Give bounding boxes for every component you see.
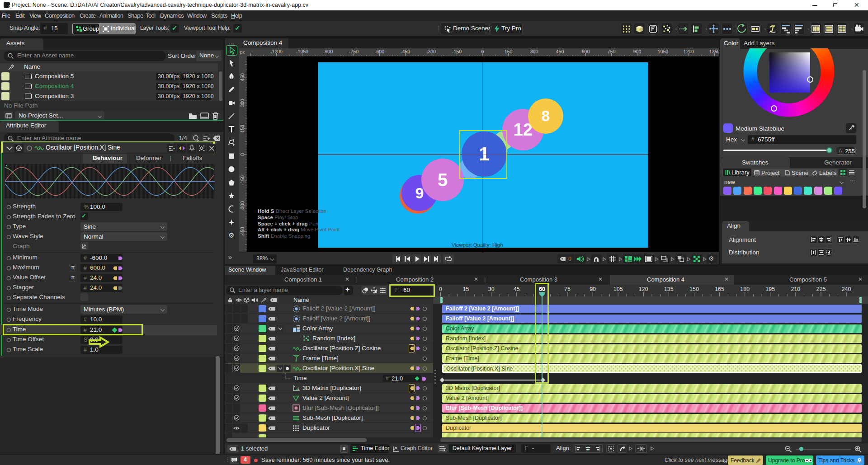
svg-text:-450: -450	[240, 227, 245, 236]
svg-text:-150: -150	[240, 175, 245, 185]
svg-text:300: 300	[240, 99, 245, 107]
svg-text:0: 0	[240, 153, 245, 156]
svg-text:⚙: ⚙	[228, 232, 234, 239]
svg-text:450: 450	[240, 73, 245, 81]
svg-text:-300: -300	[240, 201, 245, 211]
svg-text:150: 150	[240, 125, 245, 133]
